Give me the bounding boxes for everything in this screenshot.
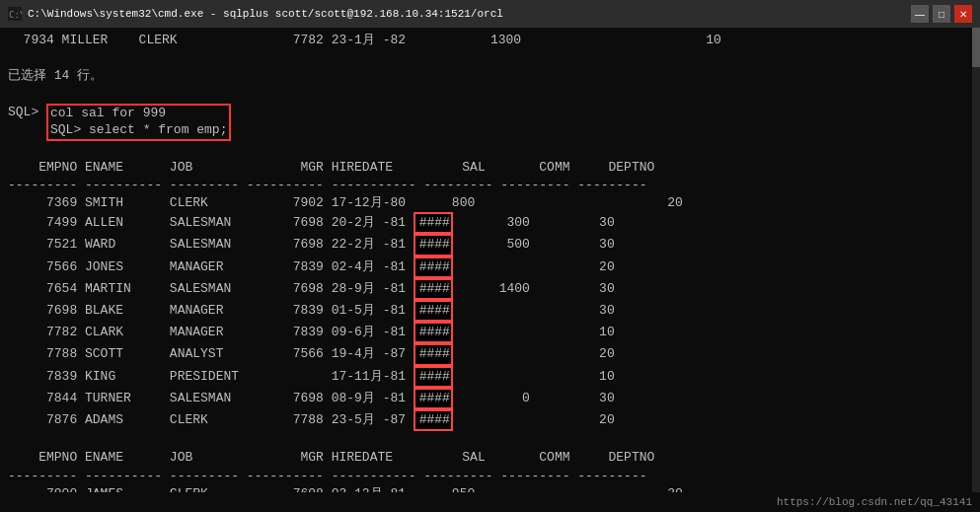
window: C:\ C:\Windows\system32\cmd.exe - sqlplu… (0, 0, 980, 512)
row-martin: 7654 MARTIN SALESMAN 7698 28-9月 -81 ####… (8, 278, 972, 300)
dashes-2: --------- ---------- --------- ---------… (8, 468, 972, 485)
sql-cmd-block: col sal for 999 SQL> select * from emp; (46, 104, 231, 141)
cmd-icon: C:\ (8, 7, 22, 21)
sal-ward: #### (414, 234, 453, 256)
scrollbar-thumb[interactable] (972, 28, 980, 67)
dashes-1: --------- ---------- --------- ---------… (8, 177, 972, 194)
col-headers-1: EMPNO ENAME JOB MGR HIREDATE SAL COMM DE… (8, 159, 972, 177)
sal-turner: #### (414, 388, 453, 409)
sql-commands: SQL> col sal for 999 SQL> select * from … (8, 104, 972, 141)
sql-prompt-1: SQL> (8, 105, 46, 119)
sql-prompt-2: SQL> (50, 122, 89, 137)
row-smith: 7369 SMITH CLERK 7902 17-12月-80 800 20 (8, 194, 972, 212)
sql-cmd2: select * from emp; (89, 122, 227, 137)
blank-line-1 (8, 49, 972, 67)
row-allen: 7499 ALLEN SALESMAN 7698 20-2月 -81 #### … (8, 212, 972, 234)
sal-martin: #### (414, 278, 453, 300)
row-scott: 7788 SCOTT ANALYST 7566 19-4月 -87 #### 2… (8, 343, 972, 365)
title-bar: C:\ C:\Windows\system32\cmd.exe - sqlplu… (0, 0, 980, 28)
top-row: 7934 MILLER CLERK 7782 23-1月 -82 1300 10 (8, 32, 972, 49)
sal-scott: #### (414, 343, 453, 365)
sal-blake: #### (414, 300, 453, 322)
row-turner: 7844 TURNER SALESMAN 7698 08-9月 -81 ####… (8, 388, 972, 409)
title-bar-controls[interactable]: — □ ✕ (911, 5, 972, 23)
row-jones: 7566 JONES MANAGER 7839 02-4月 -81 #### 2… (8, 256, 972, 278)
status-bar: https://blog.csdn.net/qq_43141 (0, 492, 980, 512)
col-headers-2: EMPNO ENAME JOB MGR HIREDATE SAL COMM DE… (8, 449, 972, 467)
url-text: https://blog.csdn.net/qq_43141 (777, 496, 972, 508)
maximize-button[interactable]: □ (933, 5, 950, 23)
row-king: 7839 KING PRESIDENT 17-11月-81 #### 10 (8, 366, 972, 388)
scrollbar[interactable] (972, 28, 980, 492)
sql-cmd1: col sal for 999 (50, 106, 166, 120)
blank-line-3 (8, 141, 972, 159)
close-button[interactable]: ✕ (954, 5, 972, 23)
row-clark: 7782 CLARK MANAGER 7839 09-6月 -81 #### 1… (8, 322, 972, 343)
terminal[interactable]: 7934 MILLER CLERK 7782 23-1月 -82 1300 10… (0, 28, 980, 492)
selected-count-1: 已选择 14 行。 (8, 67, 972, 85)
sal-clark: #### (414, 322, 453, 343)
minimize-button[interactable]: — (911, 5, 929, 23)
title-bar-left: C:\ C:\Windows\system32\cmd.exe - sqlplu… (8, 7, 503, 21)
blank-line-4 (8, 431, 972, 449)
row-james: 7900 JAMES CLERK 7698 03-12月-81 950 30 (8, 485, 972, 492)
sal-allen: #### (414, 212, 453, 234)
row-ward: 7521 WARD SALESMAN 7698 22-2月 -81 #### 5… (8, 234, 972, 256)
sal-adams: #### (414, 409, 453, 431)
sal-jones: #### (414, 256, 453, 278)
title-text: C:\Windows\system32\cmd.exe - sqlplus sc… (28, 8, 503, 20)
row-blake: 7698 BLAKE MANAGER 7839 01-5月 -81 #### 3… (8, 300, 972, 322)
row-adams: 7876 ADAMS CLERK 7788 23-5月 -87 #### 20 (8, 409, 972, 431)
sal-king: #### (414, 366, 453, 388)
svg-text:C:\: C:\ (9, 10, 22, 20)
blank-line-2 (8, 86, 972, 104)
